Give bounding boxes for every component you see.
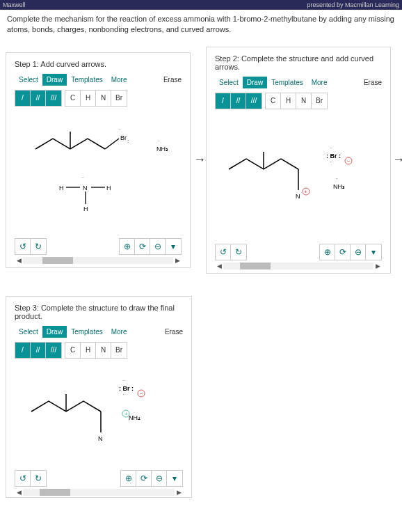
double-bond-tool[interactable]: //: [31, 91, 46, 106]
step3-panel: Step 3: Complete the structure to draw t…: [6, 296, 192, 498]
minus-charge-icon: −: [347, 158, 351, 164]
step3-scrollbar[interactable]: ◀ ▶: [15, 488, 183, 496]
tab-more[interactable]: More: [307, 77, 332, 88]
svg-text::: :: [127, 138, 129, 144]
erase-button[interactable]: Erase: [165, 328, 183, 336]
zoom-out-button[interactable]: ⊖: [152, 471, 167, 486]
zoom-dropdown-icon[interactable]: ▾: [366, 244, 381, 260]
atom-h-tool[interactable]: H: [281, 93, 296, 109]
zoom-fit-button[interactable]: ⟳: [335, 244, 351, 260]
tab-draw[interactable]: Draw: [243, 77, 267, 88]
step2-title: Step 2: Complete the structure and add c…: [215, 54, 382, 71]
atom-h-tool[interactable]: H: [81, 343, 96, 358]
atom-n-tool[interactable]: N: [96, 343, 111, 358]
atom-br-tool[interactable]: Br: [312, 93, 327, 109]
n-attached: N: [98, 435, 103, 442]
zoom-in-button[interactable]: ⊕: [320, 244, 335, 260]
zoom-fit-button[interactable]: ⟳: [135, 239, 150, 254]
step2-panel: Step 2: Complete the structure and add c…: [206, 47, 391, 274]
undo-button[interactable]: ↺: [15, 239, 31, 254]
presented-by-label: presented by Macmillan Learning: [307, 1, 399, 8]
question-prompt: Complete the mechanism for the reaction …: [0, 10, 402, 44]
zoom-dropdown-icon[interactable]: ▾: [166, 239, 181, 254]
minus-charge-icon: −: [140, 391, 143, 397]
zoom-fit-button[interactable]: ⟳: [136, 471, 152, 486]
tab-select[interactable]: Select: [15, 326, 42, 338]
step3-canvas[interactable]: N : Br : ¨ ¨ − NH₄ +: [15, 363, 183, 467]
zoom-dropdown-icon[interactable]: ▾: [167, 471, 182, 486]
atom-br-tool[interactable]: Br: [111, 91, 127, 106]
br-ion: : Br :: [326, 152, 341, 159]
double-bond-tool[interactable]: //: [231, 93, 246, 109]
step1-structure: Br ¨ : NH₃ ¨ H N ¨ H H: [15, 111, 182, 229]
svg-text:¨: ¨: [123, 393, 125, 399]
svg-text:¨: ¨: [330, 160, 332, 166]
undo-button[interactable]: ↺: [15, 471, 31, 486]
erase-button[interactable]: Erase: [364, 79, 382, 86]
h-right: H: [106, 185, 111, 191]
nh3-side-label: NH₃: [156, 146, 168, 152]
atom-n-tool[interactable]: N: [96, 91, 111, 106]
tab-draw[interactable]: Draw: [42, 326, 67, 338]
tab-select[interactable]: Select: [15, 74, 42, 86]
step2-canvas[interactable]: N + : Br : ¨ ¨ − NH₃ ¨: [215, 114, 382, 241]
single-bond-tool[interactable]: /: [15, 343, 31, 358]
nh3-side: NH₃: [333, 183, 345, 190]
atom-br-tool[interactable]: Br: [111, 343, 127, 358]
zoom-out-button[interactable]: ⊖: [351, 244, 366, 260]
step2-scrollbar[interactable]: ◀ ▶: [215, 262, 382, 270]
tab-templates[interactable]: Templates: [267, 77, 307, 88]
triple-bond-tool[interactable]: ///: [246, 93, 262, 109]
scroll-right-icon[interactable]: ▶: [373, 262, 382, 270]
zoom-group: ⊕ ⟳ ⊖ ▾: [119, 238, 182, 255]
step1-panel: Step 1: Add curved arrows. Select Draw T…: [6, 52, 191, 268]
tab-more[interactable]: More: [107, 326, 131, 338]
svg-line-1: [105, 139, 119, 149]
br-ion: : Br :: [119, 385, 134, 392]
triple-bond-tool[interactable]: ///: [46, 91, 61, 106]
scroll-left-icon[interactable]: ◀: [15, 488, 23, 496]
plus-charge-icon: +: [124, 411, 128, 417]
atom-c-tool[interactable]: C: [65, 91, 81, 106]
scroll-right-icon[interactable]: ▶: [173, 256, 182, 265]
svg-text:¨: ¨: [336, 177, 338, 183]
scroll-right-icon[interactable]: ▶: [175, 488, 183, 496]
single-bond-tool[interactable]: /: [15, 91, 31, 106]
atom-h-tool[interactable]: H: [81, 91, 96, 106]
redo-button[interactable]: ↻: [31, 239, 46, 254]
tab-draw[interactable]: Draw: [42, 74, 67, 86]
tab-templates[interactable]: Templates: [67, 326, 107, 338]
undo-button[interactable]: ↺: [216, 244, 231, 260]
step3-title: Step 3: Complete the structure to draw t…: [15, 304, 183, 320]
zoom-in-button[interactable]: ⊕: [121, 471, 136, 486]
step1-canvas[interactable]: Br ¨ : NH₃ ¨ H N ¨ H H: [15, 111, 182, 235]
atom-c-tool[interactable]: C: [266, 93, 281, 109]
redo-button[interactable]: ↻: [31, 471, 46, 486]
svg-text:¨: ¨: [158, 139, 160, 146]
brand-label: Maxwell: [3, 1, 26, 8]
zoom-in-button[interactable]: ⊕: [120, 239, 135, 254]
redo-button[interactable]: ↻: [231, 244, 246, 260]
triple-bond-tool[interactable]: ///: [46, 343, 61, 358]
erase-button[interactable]: Erase: [163, 76, 182, 84]
step1-tabs: Select Draw Templates More: [15, 74, 131, 86]
double-bond-tool[interactable]: //: [31, 343, 46, 358]
tab-select[interactable]: Select: [215, 77, 243, 88]
scroll-left-icon[interactable]: ◀: [215, 262, 223, 270]
step1-title: Step 1: Add curved arrows.: [15, 60, 182, 68]
br-label: Br: [120, 134, 127, 141]
scroll-left-icon[interactable]: ◀: [15, 256, 23, 265]
step3-structure: N : Br : ¨ ¨ − NH₄ +: [15, 363, 182, 467]
step1-scrollbar[interactable]: ◀ ▶: [15, 256, 182, 265]
svg-text:¨: ¨: [330, 146, 332, 152]
svg-text:¨: ¨: [82, 175, 84, 182]
atom-n-tool[interactable]: N: [296, 93, 312, 109]
reaction-arrow-2: →: [394, 152, 402, 167]
nh4-side: NH₄: [129, 414, 140, 421]
atom-c-tool[interactable]: C: [65, 343, 81, 358]
tab-templates[interactable]: Templates: [67, 74, 107, 86]
tab-more[interactable]: More: [107, 74, 131, 86]
single-bond-tool[interactable]: /: [216, 93, 231, 109]
zoom-out-button[interactable]: ⊖: [150, 239, 166, 254]
reaction-arrow-1: →: [193, 152, 206, 167]
